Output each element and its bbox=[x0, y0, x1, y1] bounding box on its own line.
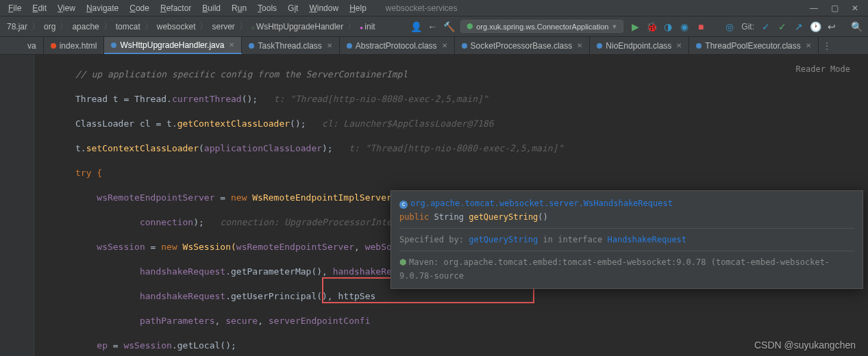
menu-edit[interactable]: Edit bbox=[27, 1, 52, 15]
git-push-icon[interactable]: ↗ bbox=[791, 19, 806, 34]
class-icon bbox=[462, 43, 467, 49]
close-icon[interactable]: ✕ bbox=[806, 42, 811, 49]
close-icon[interactable]: ✕ bbox=[229, 41, 234, 49]
class-icon bbox=[696, 43, 702, 49]
code-editor[interactable]: Reader Mode // up application specific c… bbox=[0, 55, 868, 356]
run-icon[interactable]: ▶ bbox=[628, 19, 643, 34]
git-update-icon[interactable]: ✓ bbox=[758, 19, 773, 34]
library-icon: ⬢ bbox=[399, 257, 406, 267]
class-icon bbox=[597, 43, 602, 49]
maximize-button[interactable]: ▢ bbox=[824, 3, 845, 13]
menu-refactor[interactable]: Refactor bbox=[155, 1, 197, 15]
run-config-dropdown[interactable]: ⬢ org.xuk.spring.ws.ConnectorApplication… bbox=[460, 20, 623, 33]
menu-bar: File Edit View Navigate Code Refactor Bu… bbox=[0, 0, 868, 16]
editor-gutter bbox=[0, 55, 34, 356]
menu-view[interactable]: View bbox=[52, 1, 81, 15]
close-button[interactable]: ✕ bbox=[845, 3, 865, 13]
menu-build[interactable]: Build bbox=[197, 1, 226, 15]
coverage-icon[interactable]: ◑ bbox=[660, 19, 675, 34]
back-icon[interactable]: ← bbox=[425, 19, 440, 34]
close-icon[interactable]: ✕ bbox=[327, 42, 332, 49]
profiler-icon[interactable]: ◉ bbox=[677, 19, 692, 34]
crumb-org[interactable]: org bbox=[41, 21, 58, 33]
quick-doc-popup[interactable]: corg.apache.tomcat.websocket.server.WsHa… bbox=[390, 190, 863, 289]
java-icon bbox=[111, 42, 116, 48]
git-commit-icon[interactable]: ✓ bbox=[775, 19, 790, 34]
menu-tools[interactable]: Tools bbox=[252, 1, 282, 15]
menu-window[interactable]: Window bbox=[303, 1, 344, 15]
menu-run[interactable]: Run bbox=[226, 1, 252, 15]
watermark: CSDN @suyukangchen bbox=[754, 340, 856, 351]
tabs-more[interactable]: ⋮ bbox=[819, 41, 835, 51]
git-label: Git: bbox=[739, 22, 757, 31]
class-icon bbox=[249, 43, 254, 49]
chevron-down-icon: ▼ bbox=[611, 23, 617, 30]
tab-socketprocessorbase[interactable]: SocketProcessorBase.class✕ bbox=[455, 37, 591, 54]
menu-file[interactable]: File bbox=[3, 1, 27, 15]
popup-signature: public String getQueryString() bbox=[399, 210, 854, 224]
html-icon bbox=[51, 43, 56, 49]
hammer-icon[interactable]: 🔨 bbox=[441, 19, 456, 34]
breadcrumb[interactable]: 78.jar〉 org〉 apache〉 tomcat〉 websocket〉 … bbox=[4, 21, 378, 33]
menu-code[interactable]: Code bbox=[124, 1, 155, 15]
debug-icon[interactable]: 🐞 bbox=[644, 19, 659, 34]
close-icon[interactable]: ✕ bbox=[442, 42, 447, 49]
tab-wshttpupgradehandler[interactable]: WsHttpUpgradeHandler.java✕ bbox=[104, 37, 242, 54]
git-history-icon[interactable]: 🕐 bbox=[808, 19, 823, 34]
popup-maven-source: ⬢Maven: org.apache.tomcat.embed:tomcat-e… bbox=[399, 251, 854, 283]
project-title: websocket-services bbox=[386, 3, 458, 13]
popup-specified-by: Specified by: getQueryString in interfac… bbox=[399, 228, 854, 246]
close-icon[interactable]: ✕ bbox=[577, 42, 582, 49]
crumb-server[interactable]: server bbox=[209, 21, 237, 33]
tab-taskthread[interactable]: TaskThread.class✕ bbox=[242, 37, 339, 54]
popup-package[interactable]: org.apache.tomcat.websocket.server.WsHan… bbox=[410, 199, 673, 208]
search-icon[interactable]: 🔍 bbox=[849, 19, 864, 34]
editor-tabs: va index.html WsHttpUpgradeHandler.java✕… bbox=[0, 37, 868, 55]
crumb-class[interactable]: WsHttpUpgradeHandler bbox=[249, 21, 346, 33]
crumb-websocket[interactable]: websocket bbox=[154, 21, 199, 33]
tab-threadpoolexecutor[interactable]: ThreadPoolExecutor.class✕ bbox=[689, 37, 818, 54]
stop-icon[interactable]: ■ bbox=[693, 19, 708, 34]
close-icon[interactable]: ✕ bbox=[676, 42, 682, 49]
crumb-method[interactable]: init bbox=[357, 21, 377, 33]
target-icon[interactable]: ◎ bbox=[722, 19, 737, 34]
menu-help[interactable]: Help bbox=[344, 1, 372, 15]
toolbar: 78.jar〉 org〉 apache〉 tomcat〉 websocket〉 … bbox=[0, 16, 868, 37]
minimize-button[interactable]: — bbox=[804, 3, 824, 13]
user-icon[interactable]: 👤 bbox=[408, 19, 423, 34]
menu-git[interactable]: Git bbox=[282, 1, 303, 15]
git-rollback-icon[interactable]: ↩ bbox=[824, 19, 839, 34]
crumb-tomcat[interactable]: tomcat bbox=[113, 21, 143, 33]
tab-nioendpoint[interactable]: NioEndpoint.class✕ bbox=[590, 37, 689, 54]
crumb-jar[interactable]: 78.jar bbox=[4, 21, 30, 33]
run-config-label: org.xuk.spring.ws.ConnectorApplication bbox=[476, 23, 608, 31]
menu-navigate[interactable]: Navigate bbox=[81, 1, 124, 15]
class-icon bbox=[347, 43, 352, 49]
crumb-apache[interactable]: apache bbox=[69, 21, 101, 33]
tab-index-html[interactable]: index.html bbox=[44, 37, 105, 54]
tab-abstractprotocol[interactable]: AbstractProtocol.class✕ bbox=[340, 37, 455, 54]
tab-va[interactable]: va bbox=[21, 37, 44, 54]
class-icon: c bbox=[399, 201, 408, 209]
